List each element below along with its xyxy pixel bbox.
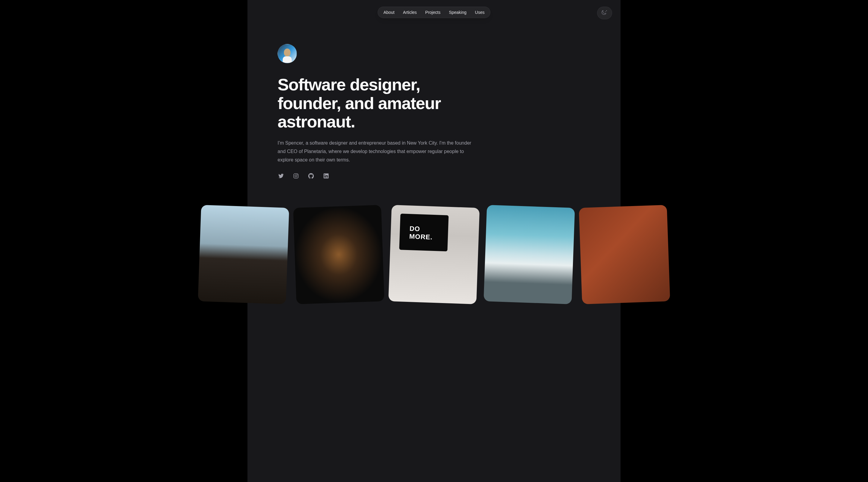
nav-projects[interactable]: Projects [421, 7, 445, 18]
gallery-image-mars [579, 205, 670, 304]
hero-title: Software designer, founder, and amateur … [278, 75, 483, 131]
theme-toggle-button[interactable] [597, 7, 612, 19]
header: About Articles Projects Speaking Uses [247, 0, 621, 25]
image-gallery [0, 206, 868, 303]
nav-articles[interactable]: Articles [399, 7, 421, 18]
twitter-link[interactable] [278, 172, 284, 179]
main-content: Software designer, founder, and amateur … [247, 25, 621, 179]
moon-icon [601, 10, 608, 16]
linkedin-icon [323, 172, 330, 179]
hero-description: I'm Spencer, a software designer and ent… [278, 139, 479, 164]
github-icon [308, 172, 314, 179]
github-link[interactable] [308, 172, 314, 179]
gallery-image-desk [389, 205, 480, 304]
instagram-link[interactable] [293, 172, 299, 179]
gallery-image-cockpit [198, 205, 289, 304]
gallery-image-conference [293, 205, 384, 304]
social-links [278, 172, 590, 179]
linkedin-link[interactable] [323, 172, 330, 179]
main-nav: About Articles Projects Speaking Uses [378, 7, 490, 18]
nav-speaking[interactable]: Speaking [444, 7, 470, 18]
twitter-icon [278, 172, 284, 179]
avatar[interactable] [278, 44, 297, 63]
page-container: About Articles Projects Speaking Uses So… [247, 0, 621, 482]
instagram-icon [293, 172, 299, 179]
nav-about[interactable]: About [379, 7, 399, 18]
gallery-image-mountains [484, 205, 575, 304]
nav-uses[interactable]: Uses [471, 7, 489, 18]
